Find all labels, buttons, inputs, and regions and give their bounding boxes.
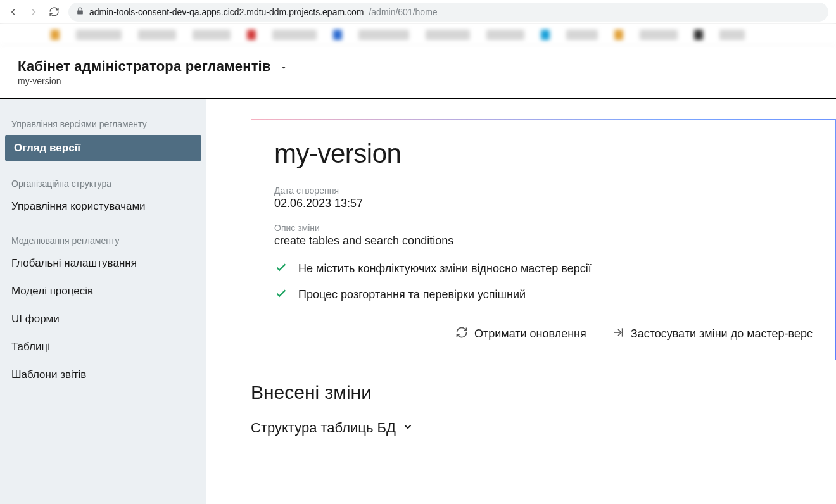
sidebar-item-report-templates[interactable]: Шаблони звітів [0, 361, 206, 389]
sidebar-item-ui-forms[interactable]: UI форми [0, 305, 206, 333]
browser-toolbar: admin-tools-consent-dev-qa.apps.cicd2.md… [0, 0, 836, 24]
version-info-card: my-version Дата створення 02.06.2023 13:… [251, 119, 836, 360]
status-no-conflicts-text: Не містить конфліктуючих зміни відносно … [298, 262, 592, 275]
change-description-label: Опис зміни [274, 223, 813, 233]
forward-button[interactable] [28, 6, 39, 18]
refresh-updates-button[interactable]: Отримати оновлення [455, 326, 586, 342]
main-content: my-version Дата створення 02.06.2023 13:… [206, 99, 836, 504]
check-icon [274, 286, 288, 303]
refresh-icon [455, 326, 468, 342]
sidebar-item-overview[interactable]: Огляд версії [5, 135, 201, 161]
version-dropdown-caret[interactable] [280, 58, 288, 73]
lock-icon [76, 7, 84, 17]
address-bar[interactable]: admin-tools-consent-dev-qa.apps.cicd2.md… [68, 3, 828, 22]
sidebar-item-users[interactable]: Управління користувачами [0, 192, 206, 220]
reload-button[interactable] [48, 6, 60, 18]
db-structure-expander[interactable]: Структура таблиць БД [251, 420, 836, 436]
created-date-value: 02.06.2023 13:57 [274, 197, 813, 210]
sidebar-group-model: Моделювання регламенту [0, 227, 206, 249]
back-button[interactable] [8, 6, 19, 18]
created-date-label: Дата створення [274, 186, 813, 196]
sidebar-item-tables[interactable]: Таблиці [0, 333, 206, 361]
url-path: /admin/601/home [369, 7, 437, 17]
status-deploy-text: Процес розгортання та перевірки успішний [298, 288, 526, 301]
refresh-updates-label: Отримати оновлення [474, 327, 586, 341]
sidebar: Управління версіями регламенту Огляд вер… [0, 99, 206, 504]
version-title: my-version [274, 139, 813, 169]
db-structure-label: Структура таблиць БД [251, 420, 396, 436]
changes-heading: Внесені зміни [251, 382, 836, 403]
sidebar-item-process-models[interactable]: Моделі процесів [0, 277, 206, 305]
apply-to-master-label: Застосувати зміни до мастер-верс [631, 327, 813, 341]
apply-icon [612, 326, 624, 342]
sidebar-group-org: Організаційна структура [0, 170, 206, 192]
app-title: Кабінет адміністратора регламентів [18, 58, 271, 75]
app-subtitle: my-version [18, 76, 271, 86]
sidebar-group-versions: Управління версіями регламенту [0, 110, 206, 133]
chevron-down-icon [402, 420, 414, 436]
sidebar-item-global-settings[interactable]: Глобальні налаштування [0, 249, 206, 277]
apply-to-master-button[interactable]: Застосувати зміни до мастер-верс [612, 326, 813, 342]
app-header: Кабінет адміністратора регламентів my-ve… [0, 46, 836, 99]
status-no-conflicts: Не містить конфліктуючих зміни відносно … [274, 260, 813, 277]
url-host: admin-tools-consent-dev-qa.apps.cicd2.md… [89, 7, 364, 17]
check-icon [274, 260, 288, 277]
status-deploy-success: Процес розгортання та перевірки успішний [274, 286, 813, 303]
change-description-value: create tables and search conditions [274, 234, 813, 248]
bookmarks-bar [0, 24, 836, 46]
